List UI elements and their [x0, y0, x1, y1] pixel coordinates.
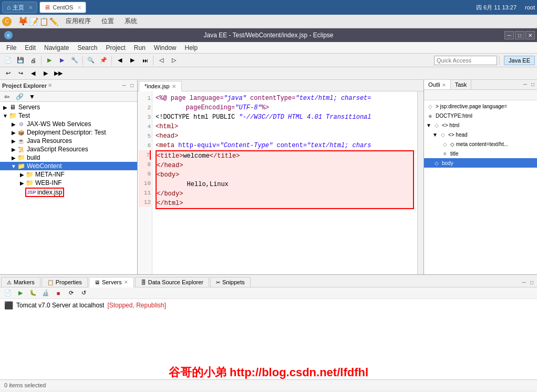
outline-title[interactable]: ≡ title [424, 149, 537, 158]
next-edit-btn[interactable]: ▷ [168, 55, 180, 66]
bookmark-btn[interactable]: 📌 [98, 55, 109, 66]
minimize-btn[interactable]: ─ [504, 31, 514, 39]
back-btn[interactable]: ◀ [114, 55, 126, 66]
deploy-toggle[interactable]: ▶ [11, 129, 17, 136]
taskbar-centos-btn[interactable]: 🖥 CentOS ✕ [39, 2, 86, 13]
search-btn[interactable]: 🔍 [85, 55, 97, 66]
menu-run[interactable]: Run [130, 43, 150, 53]
profile-server-btn[interactable]: 🔬 [40, 288, 51, 298]
tree-item-deployment[interactable]: ▶ 📦 Deployment Descriptor: Test [0, 128, 137, 137]
code-content[interactable]: <%@ page language="java" contentType="te… [152, 91, 417, 274]
tree-item-test[interactable]: ▼ 📁 Test [0, 111, 137, 120]
debug-server-btn[interactable]: 🐛 [27, 288, 39, 298]
tab-outline[interactable]: Outli ✕ [424, 80, 451, 89]
fwd2-btn[interactable]: ▶ [40, 68, 51, 79]
js-res-toggle[interactable]: ▶ [11, 146, 17, 152]
close-btn[interactable]: ✕ [525, 31, 535, 39]
sysbar-position[interactable]: 位置 [98, 16, 117, 27]
editor-tab-index-jsp[interactable]: *index.jsp ✕ [139, 81, 182, 91]
head-toggle[interactable]: ▼ [432, 132, 438, 138]
taskbar-home-close[interactable]: ✕ [28, 5, 33, 11]
web-inf-toggle[interactable]: ▶ [19, 180, 25, 186]
link-editor-btn[interactable]: 🔗 [14, 91, 25, 102]
java-res-toggle[interactable]: ▶ [11, 138, 17, 144]
meta-inf-toggle[interactable]: ▶ [19, 171, 25, 178]
html-toggle[interactable]: ▼ [426, 122, 431, 128]
tree-item-webcontent[interactable]: ▼ 📁 WebContent [0, 162, 137, 170]
tree-item-java-res[interactable]: ▶ ☕ Java Resources [0, 137, 137, 145]
webcontent-toggle[interactable]: ▼ [11, 163, 17, 169]
outline-maximize[interactable]: □ [530, 81, 536, 88]
minimize-panel-btn[interactable]: ─ [121, 82, 128, 89]
outline-jsp-directive[interactable]: ◇ > jsp:directive.page language= [424, 101, 537, 111]
webcontent-label: WebContent [27, 162, 62, 170]
tab-properties[interactable]: 📋 Properties [42, 277, 88, 287]
tree-item-web-inf[interactable]: ▶ 📁 WEB-INF [0, 179, 137, 187]
menu-search[interactable]: Search [73, 43, 101, 53]
outline-html[interactable]: ▼ ◇ <> html [424, 120, 537, 130]
tree-item-meta-inf[interactable]: ▶ 📁 META-INF [0, 170, 137, 179]
view-menu-btn[interactable]: ▼ [26, 91, 38, 102]
servers-toggle[interactable]: ▶ [2, 104, 8, 110]
refresh-btn[interactable]: ↺ [78, 288, 89, 298]
undo-btn[interactable]: ↩ [2, 68, 14, 79]
republish-btn[interactable]: ⟳ [65, 288, 77, 298]
sysbar-apps[interactable]: 应用程序 [63, 16, 94, 27]
outline-meta[interactable]: ◇ ◇ meta content=text/ht... [424, 139, 537, 149]
test-toggle[interactable]: ▼ [2, 112, 8, 119]
jaxws-toggle[interactable]: ▶ [11, 121, 17, 127]
bottom-maximize[interactable]: □ [529, 279, 535, 286]
stop-server-btn[interactable]: ■ [53, 288, 64, 298]
tab-markers[interactable]: ⚠ Markers [1, 277, 40, 287]
sysbar-system[interactable]: 系统 [121, 16, 140, 27]
run-btn[interactable]: ▶ [44, 55, 55, 66]
menu-file[interactable]: File [2, 43, 20, 53]
tab-servers[interactable]: 🖥 Servers ✕ [89, 277, 134, 287]
tab-datasource[interactable]: 🗄 Data Source Explorer [135, 277, 209, 287]
perspective-btn[interactable]: Java EE [504, 56, 535, 65]
ext-btn[interactable]: 🔧 [69, 55, 80, 66]
build-toggle[interactable]: ▶ [11, 154, 17, 161]
bottom-minimize[interactable]: ─ [521, 279, 528, 286]
redo-btn[interactable]: ↪ [15, 68, 26, 79]
tab-snippets[interactable]: ✂ Snippets [210, 277, 251, 287]
menu-window[interactable]: Window [150, 43, 181, 53]
tree-item-build[interactable]: ▶ 📁 build [0, 153, 137, 162]
html-label: <> html [442, 122, 459, 128]
tree-item-jaxws[interactable]: ▶ ⚙ JAX-WS Web Services [0, 120, 137, 128]
tree-item-servers[interactable]: ▶ 🖥 Servers [0, 103, 137, 111]
fwd-btn[interactable]: ▶ [127, 55, 138, 66]
back2-btn[interactable]: ◀ [27, 68, 39, 79]
fwd3-btn[interactable]: ▶▶ [53, 68, 64, 79]
new-btn[interactable]: 📄 [2, 55, 14, 66]
outline-body[interactable]: ◇ body [424, 158, 537, 168]
server-row[interactable]: ⬛ Tomcat v7.0 Server at localhost [Stopp… [0, 299, 537, 312]
outline-head[interactable]: ▼ ◇ <> head [424, 130, 537, 139]
start-server-btn[interactable]: ▶ [15, 288, 26, 298]
maximize-panel-btn[interactable]: □ [129, 82, 135, 89]
outline-minimize[interactable]: ─ [522, 81, 529, 88]
tab-task[interactable]: Task [451, 80, 472, 89]
quick-access-input[interactable] [434, 56, 497, 65]
debug-btn[interactable]: ▶ [56, 55, 68, 66]
menu-edit[interactable]: Edit [20, 43, 40, 53]
outline-doctype[interactable]: ◈ DOCTYPE:html [424, 111, 537, 120]
taskbar-centos-close[interactable]: ✕ [77, 5, 81, 11]
menu-navigate[interactable]: Navigate [40, 43, 73, 53]
restore-btn[interactable]: □ [515, 31, 524, 39]
menu-help[interactable]: Help [181, 43, 202, 53]
save-btn[interactable]: 💾 [15, 55, 26, 66]
menu-project[interactable]: Project [101, 43, 129, 53]
toolbar1: 📄 💾 🖨 ▶ ▶ 🔧 🔍 📌 ◀ ▶ ⏭ ◁ ▷ Java EE [0, 54, 537, 67]
new-server-btn[interactable]: 📄 [2, 288, 14, 298]
tree-item-js-res[interactable]: ▶ 📜 JavaScript Resources [0, 145, 137, 153]
collapse-all-btn[interactable]: ⇦ [1, 91, 13, 102]
next-btn[interactable]: ⏭ [139, 55, 151, 66]
taskbar-home-btn[interactable]: ⌂ 主页 ✕ [2, 2, 37, 13]
code-line-3: <!DOCTYPE html PUBLIC "-//W3C//DTD HTML … [156, 112, 414, 122]
editor-scrollbar[interactable] [417, 91, 424, 274]
tree-item-index-jsp[interactable]: JSP index.jsp [0, 187, 137, 198]
print-btn[interactable]: 🖨 [27, 55, 39, 66]
directive-label: > jsp:directive.page language= [436, 104, 507, 109]
prev-edit-btn[interactable]: ◁ [156, 55, 167, 66]
